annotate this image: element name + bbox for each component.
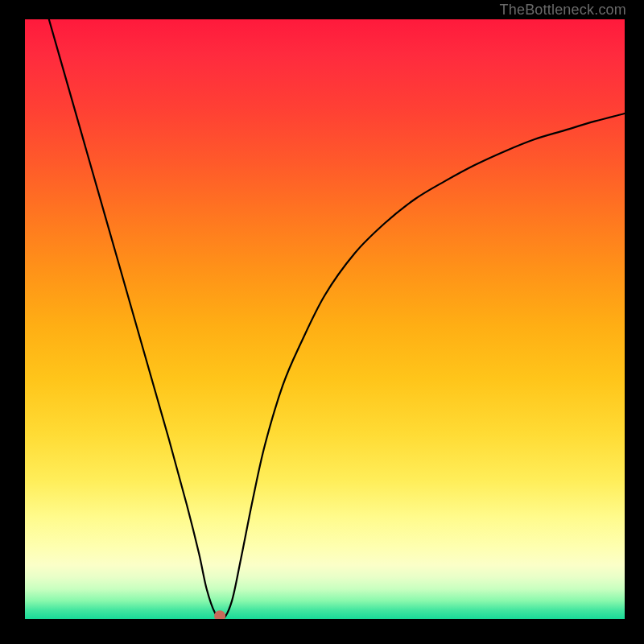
bottleneck-curve-path: [49, 19, 625, 619]
curve-svg: [25, 19, 625, 619]
marker-dot: [214, 610, 225, 619]
watermark-text: TheBottleneck.com: [500, 2, 626, 19]
chart-frame: TheBottleneck.com: [0, 0, 644, 644]
plot-area: [25, 19, 625, 619]
